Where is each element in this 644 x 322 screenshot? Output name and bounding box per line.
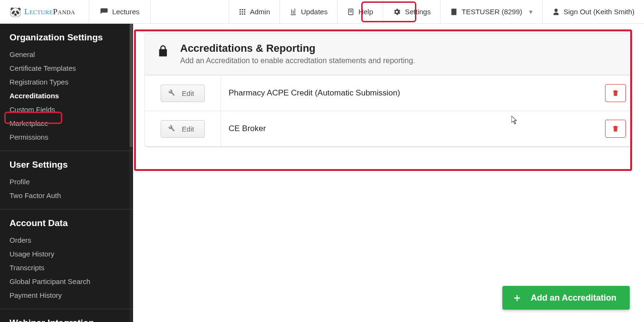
panda-icon: 🐼 xyxy=(10,7,21,17)
brand-logo[interactable]: 🐼 LecturePanda xyxy=(0,0,89,23)
nav-spacer xyxy=(151,0,229,23)
sidebar-item-global-search[interactable]: Global Participant Search xyxy=(0,275,133,288)
sidebar-item-profile[interactable]: Profile xyxy=(0,175,133,189)
accreditation-rows: Edit Pharmacy ACPE Credit (Automatic Sub… xyxy=(144,75,633,147)
content: Accreditations & Reporting Add an Accred… xyxy=(133,24,644,322)
nav-user[interactable]: TESTUSER (8299) ▾ xyxy=(441,0,543,23)
edit-button[interactable]: Edit xyxy=(161,85,205,102)
panel-subtitle: Add an Accreditation to enable accredtat… xyxy=(180,57,415,65)
wrench-icon xyxy=(168,124,175,133)
sidebar-title-org: Organization Settings xyxy=(0,24,133,47)
nav-settings-label: Settings xyxy=(405,8,431,16)
top-nav: 🐼 LecturePanda Lectures Admin Updates He… xyxy=(0,0,644,24)
main-layout: Organization Settings General Certificat… xyxy=(0,24,644,322)
fab-label: Add an Accreditation xyxy=(531,293,616,303)
user-icon xyxy=(552,8,560,16)
lock-icon xyxy=(156,44,170,61)
nav-signout[interactable]: Sign Out (Keith Smith) xyxy=(543,0,644,23)
sidebar-item-orders[interactable]: Orders xyxy=(0,233,133,247)
row-actions xyxy=(599,120,632,138)
nav-lectures-label: Lectures xyxy=(112,8,140,16)
wrench-icon xyxy=(168,89,175,98)
sidebar-title-account: Account Data xyxy=(0,209,133,233)
nav-admin-label: Admin xyxy=(250,8,270,16)
sidebar-item-marketplace[interactable]: Marketplace xyxy=(0,116,133,130)
grid-icon xyxy=(239,8,246,16)
row-edit-cell: Edit xyxy=(145,76,221,111)
brand-text: LecturePanda xyxy=(24,7,75,17)
brand-lecture: Lecture xyxy=(24,7,53,16)
nav-settings[interactable]: Settings xyxy=(383,0,441,23)
accreditation-row: Edit CE Broker xyxy=(145,111,632,146)
accreditation-name: CE Broker xyxy=(221,124,599,133)
edit-label: Edit xyxy=(182,89,194,97)
sidebar-item-permissions[interactable]: Permissions xyxy=(0,130,133,144)
sidebar-scroll-thumb[interactable] xyxy=(130,24,133,147)
sidebar: Organization Settings General Certificat… xyxy=(0,24,133,322)
delete-button[interactable] xyxy=(605,84,626,102)
edit-label: Edit xyxy=(182,125,194,133)
sidebar-item-custom-fields[interactable]: Custom Fields xyxy=(0,103,133,116)
nav-help-label: Help xyxy=(358,8,373,16)
sidebar-title-user: User Settings xyxy=(0,151,133,175)
building-icon xyxy=(450,8,458,16)
updates-icon xyxy=(289,8,297,16)
edit-button[interactable]: Edit xyxy=(161,120,205,138)
nav-updates-label: Updates xyxy=(301,8,327,16)
sidebar-item-registration-types[interactable]: Registration Types xyxy=(0,75,133,89)
accreditation-row: Edit Pharmacy ACPE Credit (Automatic Sub… xyxy=(145,76,632,111)
sidebar-item-accreditations[interactable]: Accreditations xyxy=(0,89,133,103)
book-icon xyxy=(347,8,355,16)
speech-icon xyxy=(100,8,108,16)
row-actions xyxy=(599,84,632,102)
accreditations-panel: Accreditations & Reporting Add an Accred… xyxy=(144,33,633,147)
chevron-down-icon: ▾ xyxy=(529,8,533,16)
row-edit-cell: Edit xyxy=(145,111,221,146)
gears-icon xyxy=(393,8,401,16)
nav-user-label: TESTUSER (8299) xyxy=(461,8,522,16)
nav-signout-label: Sign Out (Keith Smith) xyxy=(564,8,634,16)
nav-admin[interactable]: Admin xyxy=(229,0,280,23)
delete-button[interactable] xyxy=(605,120,626,138)
sidebar-item-transcripts[interactable]: Transcripts xyxy=(0,261,133,275)
sidebar-item-2fa[interactable]: Two Factor Auth xyxy=(0,189,133,202)
brand-panda: Panda xyxy=(53,7,76,16)
sidebar-item-usage-history[interactable]: Usage History xyxy=(0,247,133,261)
panel-title: Accreditations & Reporting xyxy=(180,42,415,55)
accreditation-name: Pharmacy ACPE Credit (Automatic Submissi… xyxy=(221,88,599,98)
nav-help[interactable]: Help xyxy=(337,0,383,23)
sidebar-item-payment-history[interactable]: Payment History xyxy=(0,288,133,302)
sidebar-item-general[interactable]: General xyxy=(0,47,133,61)
add-accreditation-button[interactable]: ＋ Add an Accreditation xyxy=(502,286,630,310)
panel-header: Accreditations & Reporting Add an Accred… xyxy=(144,33,633,75)
sidebar-scrollbar[interactable] xyxy=(129,24,133,322)
nav-lectures[interactable]: Lectures xyxy=(89,0,151,23)
plus-icon: ＋ xyxy=(512,293,522,303)
sidebar-item-cert-templates[interactable]: Certificate Templates xyxy=(0,61,133,75)
panel-header-text: Accreditations & Reporting Add an Accred… xyxy=(180,42,415,65)
sidebar-title-webinar: Webinar Integration xyxy=(0,309,133,322)
nav-updates[interactable]: Updates xyxy=(280,0,337,23)
